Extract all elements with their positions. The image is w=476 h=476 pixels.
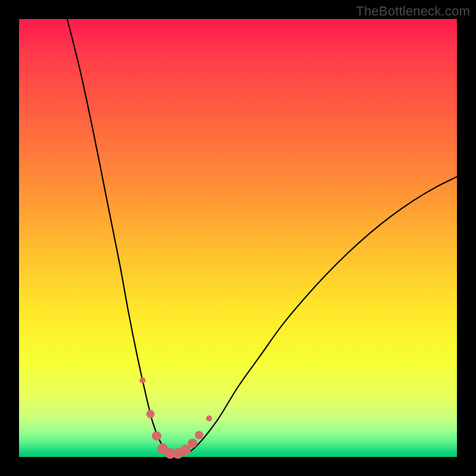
marker-dot <box>195 431 203 439</box>
watermark-text: TheBottleneck.com <box>356 4 470 19</box>
marker-dot <box>140 377 146 383</box>
marker-dot <box>152 431 161 441</box>
plot-area <box>19 19 457 457</box>
curve-svg <box>19 19 457 457</box>
marker-dot <box>206 415 212 421</box>
marker-dot <box>187 439 197 448</box>
bottleneck-curve-path <box>67 19 457 456</box>
marker-dot <box>146 410 155 418</box>
chart-frame: TheBottleneck.com <box>0 0 476 476</box>
marker-group <box>140 377 212 459</box>
